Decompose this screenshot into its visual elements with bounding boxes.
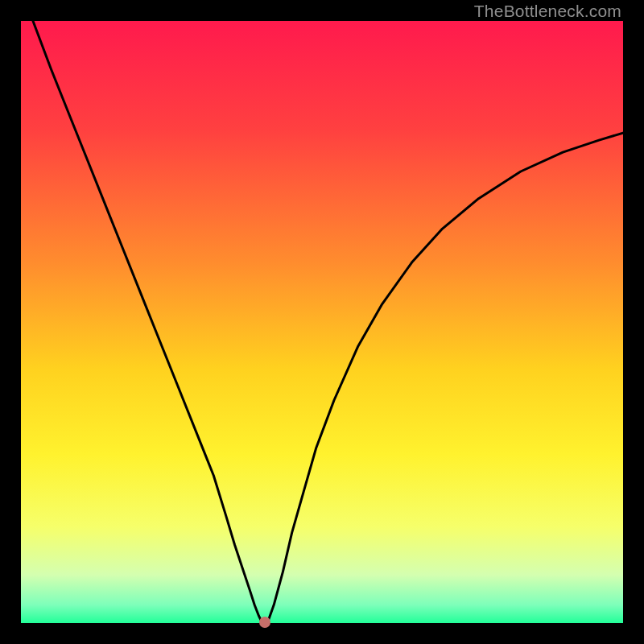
chart-svg <box>21 21 623 623</box>
chart-frame <box>21 21 623 623</box>
minimum-point-marker <box>259 617 270 628</box>
chart-background <box>21 21 623 623</box>
watermark-text: TheBottleneck.com <box>474 2 621 21</box>
